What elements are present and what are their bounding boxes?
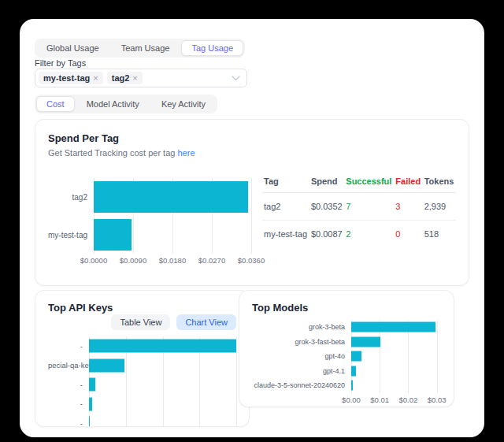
top-api-keys-title: Top API Keys <box>48 302 236 314</box>
top-models-title: Top Models <box>252 302 441 314</box>
y-axis-label: - <box>48 399 89 408</box>
tab-tag-usage[interactable]: Tag Usage <box>181 40 243 56</box>
cell-failed: 3 <box>394 193 422 221</box>
bar-- <box>89 340 236 353</box>
plot-area <box>89 336 236 356</box>
cell-tokens: 2,939 <box>423 193 456 221</box>
chart-row: my-test-tag <box>48 216 251 254</box>
chart-view-button[interactable]: Chart View <box>176 314 236 330</box>
remove-tag-icon[interactable]: × <box>132 74 137 83</box>
remove-tag-icon[interactable]: × <box>93 74 98 83</box>
x-tick: $0.0000 <box>80 256 107 265</box>
tag-chip-label: tag2 <box>112 73 130 83</box>
col-header-successful: Successful <box>344 173 394 193</box>
cell-successful: 2 <box>344 221 394 248</box>
usage-scope-tabs: Global Usage Team Usage Tag Usage <box>35 39 245 58</box>
y-axis-label: tag2 <box>48 193 94 202</box>
x-tick: $0.00 <box>342 396 361 404</box>
spend-per-tag-card: Spend Per Tag Get Started Tracking cost … <box>35 119 469 286</box>
cell-tag: my-test-tag <box>262 221 309 248</box>
bar-my-test-tag <box>94 219 132 251</box>
chart-row: - <box>48 375 236 395</box>
plot-area <box>89 395 236 414</box>
plot-area <box>351 349 441 364</box>
tab-cost[interactable]: Cost <box>36 96 75 112</box>
y-axis-label: - <box>48 419 89 427</box>
chart-row: gpt-4.1 <box>252 364 441 379</box>
x-axis-ticks: $0.0000$0.0090$0.0180$0.0270$0.0360 <box>94 254 251 266</box>
here-link[interactable]: here <box>177 148 195 158</box>
chart-row: - <box>48 414 236 427</box>
bar-grok-3-beta <box>351 322 435 332</box>
plot-area <box>89 375 236 395</box>
col-header-tokens: Tokens <box>423 173 456 193</box>
x-tick: $0.0180 <box>159 256 186 265</box>
chart-row: grok-3-fast-beta <box>252 335 441 350</box>
spend-per-tag-rows: tag2my-test-tag <box>48 178 251 254</box>
col-header-spend: Spend <box>309 173 344 193</box>
usage-view-tabs: Cost Model Activity Key Activity <box>35 95 217 113</box>
chart-row: gpt-4o <box>252 349 441 364</box>
top-models-rows: grok-3-betagrok-3-fast-betagpt-4ogpt-4.1… <box>252 320 441 393</box>
chart-row: - <box>48 395 236 414</box>
tab-team-usage[interactable]: Team Usage <box>111 40 180 56</box>
table-row: tag2$0.0352732,939 <box>262 193 456 221</box>
spend-table: TagSpendSuccessfulFailedTokenstag2$0.035… <box>262 173 456 247</box>
x-tick: $0.0270 <box>198 256 225 265</box>
view-toggle: Table View Chart View <box>48 314 236 330</box>
tag-chip-my-test-tag: my-test-tag × <box>39 72 103 84</box>
gridline <box>251 178 252 254</box>
top-api-keys-rows: -pecial-qa-key--- <box>48 336 236 427</box>
plot-area <box>351 335 441 350</box>
col-header-tag: Tag <box>262 173 309 193</box>
chart-row: tag2 <box>48 178 251 216</box>
tab-model-activity[interactable]: Model Activity <box>76 96 150 112</box>
y-axis-label: - <box>48 342 89 351</box>
bar-- <box>89 397 92 410</box>
cell-successful: 7 <box>344 193 394 221</box>
cell-tokens: 518 <box>423 221 456 248</box>
cell-tag: tag2 <box>262 193 309 221</box>
bar-tag2 <box>94 181 248 213</box>
table-header-row: TagSpendSuccessfulFailedTokens <box>262 173 456 193</box>
top-models-card: Top Models grok-3-betagrok-3-fast-betagp… <box>239 290 454 407</box>
y-axis-label: my-test-tag <box>48 231 94 240</box>
spend-table-wrap: TagSpendSuccessfulFailedTokenstag2$0.035… <box>262 173 456 266</box>
table-view-button[interactable]: Table View <box>111 314 170 330</box>
plot-area <box>351 364 441 379</box>
chart-row: - <box>48 336 236 356</box>
bar-- <box>89 378 95 392</box>
gridline <box>236 336 237 427</box>
bar-pecial-qa-key <box>89 358 124 372</box>
usage-dashboard-window: Global Usage Team Usage Tag Usage Filter… <box>20 19 484 437</box>
tab-key-activity[interactable]: Key Activity <box>151 96 216 112</box>
tag-filter-select[interactable]: my-test-tag × tag2 × <box>35 69 247 87</box>
tab-global-usage[interactable]: Global Usage <box>36 40 109 56</box>
bar-gpt-4.1 <box>351 366 356 376</box>
top-models-chart: grok-3-betagrok-3-fast-betagpt-4ogpt-4.1… <box>252 320 441 405</box>
spend-per-tag-title: Spend Per Tag <box>48 132 456 144</box>
x-tick: $0.0090 <box>120 256 146 265</box>
chevron-down-icon[interactable] <box>232 76 240 81</box>
x-tick: $0.01 <box>370 396 389 404</box>
top-api-keys-card: Top API Keys Table View Chart View -peci… <box>35 290 250 427</box>
table-row: my-test-tag$0.008720518 <box>262 221 456 248</box>
spend-per-tag-chart: tag2my-test-tag$0.0000$0.0090$0.0180$0.0… <box>48 178 251 266</box>
bar-gpt-4o <box>351 351 361 362</box>
plot-area <box>351 320 441 335</box>
plot-area <box>89 414 236 427</box>
y-axis-label: - <box>48 381 89 389</box>
plot-area <box>351 378 441 393</box>
chart-row: claude-3-5-sonnet-20240620 <box>252 378 441 393</box>
cell-spend: $0.0087 <box>309 221 344 248</box>
cell-failed: 0 <box>394 221 422 248</box>
x-tick: $0.0360 <box>238 256 265 265</box>
bar-- <box>89 417 90 427</box>
tag-chip-label: my-test-tag <box>43 73 90 83</box>
y-axis-label: claude-3-5-sonnet-20240620 <box>252 381 351 389</box>
y-axis-label: gpt-4o <box>252 352 351 360</box>
x-axis-ticks: $0.00$0.01$0.02$0.03 <box>351 393 441 405</box>
bar-claude-3-5-sonnet-20240620 <box>351 381 353 391</box>
top-api-keys-chart: -pecial-qa-key--- <box>48 336 236 427</box>
y-axis-label: grok-3-fast-beta <box>252 338 351 346</box>
